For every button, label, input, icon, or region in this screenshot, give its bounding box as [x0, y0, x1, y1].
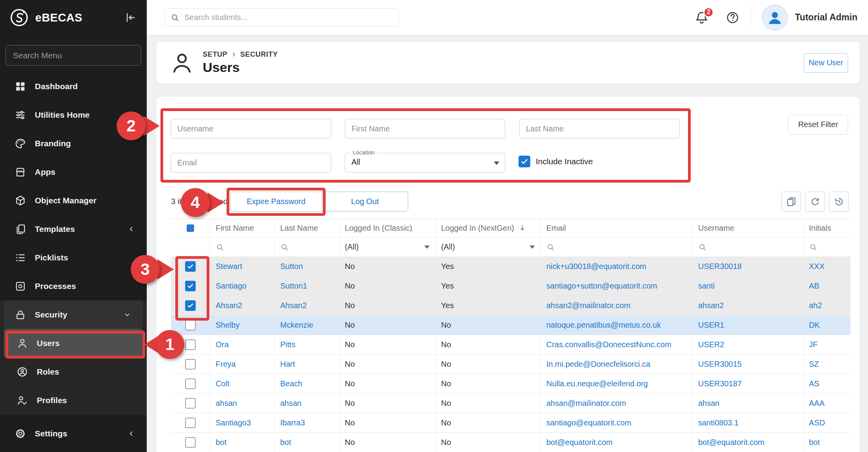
filter-select-logged-in-nextgen[interactable]: (All): [436, 237, 541, 257]
row-checkbox[interactable]: [185, 339, 196, 350]
cell-username[interactable]: santi: [693, 276, 803, 296]
collapse-sidebar-icon[interactable]: [124, 11, 137, 24]
filter-select-logged-in-classic[interactable]: (All): [339, 237, 436, 257]
column-header-first-name[interactable]: First Name: [210, 219, 275, 237]
notifications-button[interactable]: 2: [694, 10, 709, 25]
cell-email[interactable]: Cras.convallis@DonecestNunc.com: [541, 335, 693, 355]
breadcrumb-setup[interactable]: SETUP: [203, 50, 227, 59]
avatar[interactable]: [762, 5, 788, 30]
reset-filter-button[interactable]: Reset Filter: [788, 115, 848, 135]
username-filter-input[interactable]: [171, 119, 331, 138]
cell-username[interactable]: USER30015: [693, 355, 803, 374]
cell-first[interactable]: Santiago3: [210, 413, 275, 433]
cell-email[interactable]: ahsan2@mailinator.com: [541, 296, 693, 316]
filter-input-initials[interactable]: [803, 237, 850, 257]
column-header-last-name[interactable]: Last Name: [275, 219, 339, 237]
cell-first[interactable]: Stewart: [210, 257, 275, 276]
sidebar-item-processes[interactable]: Processes: [0, 272, 147, 300]
location-select[interactable]: Location All: [345, 153, 505, 172]
sidebar-item-branding[interactable]: Branding: [0, 129, 147, 158]
row-checkbox-checked[interactable]: [185, 281, 196, 291]
column-header-logged-in-nextgen[interactable]: Logged In (NextGen): [436, 219, 541, 237]
cell-last[interactable]: Pitts: [275, 335, 339, 355]
column-header-username[interactable]: Username: [693, 219, 803, 237]
log-out-button[interactable]: Log Out: [322, 192, 408, 212]
row-checkbox-checked[interactable]: [185, 300, 196, 311]
table-row[interactable]: ShelbyMckenzieNoNonatoque.penatibus@metu…: [171, 316, 850, 335]
cell-first[interactable]: Ora: [210, 335, 275, 355]
refresh-button[interactable]: [805, 192, 825, 212]
breadcrumb-security[interactable]: SECURITY: [240, 50, 278, 59]
select-all-checkbox[interactable]: [187, 224, 194, 232]
sidebar-item-utilities-home[interactable]: Utilities Home: [0, 100, 147, 129]
cell-last[interactable]: bot: [275, 433, 339, 452]
cell-email[interactable]: ahsan@mailinator.com: [541, 394, 693, 413]
filter-input-email[interactable]: [541, 237, 693, 257]
user-name[interactable]: Tutorial Admin: [795, 12, 857, 23]
cell-email[interactable]: bot@equatorit.com: [541, 433, 693, 452]
sidebar-item-dashboard[interactable]: Dashboard: [0, 72, 147, 100]
table-row[interactable]: botbotNoNobot@equatorit.combot@equatorit…: [171, 433, 850, 452]
row-checkbox[interactable]: [185, 418, 196, 428]
sidebar-item-object-manager[interactable]: Object Manager: [0, 186, 147, 215]
cell-username[interactable]: USER30187: [693, 374, 803, 394]
row-checkbox[interactable]: [185, 378, 196, 389]
cell-last[interactable]: ahsan: [275, 394, 339, 413]
history-button[interactable]: [829, 192, 849, 212]
cell-email[interactable]: natoque.penatibus@metus.co.uk: [541, 316, 693, 335]
cell-username[interactable]: santi0803.1: [693, 413, 803, 433]
column-header-logged-in-classic[interactable]: Logged In (Classic): [339, 219, 436, 237]
sidebar-item-picklists[interactable]: Picklists: [0, 243, 147, 272]
table-row[interactable]: SantiagoSutton1NoYessantiago+sutton@equa…: [171, 276, 850, 296]
cell-first[interactable]: Colt: [210, 374, 275, 394]
cell-username[interactable]: ahsan2: [693, 296, 803, 316]
first-name-filter-input[interactable]: [345, 119, 505, 138]
row-checkbox[interactable]: [185, 437, 196, 448]
filter-input-last-name[interactable]: [275, 237, 339, 257]
sidebar-item-apps[interactable]: Apps: [0, 158, 147, 186]
table-row[interactable]: OraPittsNoNoCras.convallis@DonecestNunc.…: [171, 335, 850, 355]
cell-last[interactable]: Hart: [275, 355, 339, 374]
cell-initials[interactable]: AB: [803, 276, 850, 296]
export-button[interactable]: [781, 192, 801, 212]
cell-initials[interactable]: bot: [803, 433, 850, 452]
filter-input-username[interactable]: [693, 237, 803, 257]
cell-email[interactable]: santiago+sutton@equatorit.com: [541, 276, 693, 296]
cell-initials[interactable]: AAA: [803, 394, 850, 413]
cell-initials[interactable]: AS: [803, 374, 850, 394]
table-row[interactable]: Ahsan2Ahsan2NoYesahsan2@mailinator.comah…: [171, 296, 850, 316]
sidebar-item-settings[interactable]: Settings: [0, 419, 147, 448]
sidebar-item-users[interactable]: Users: [4, 329, 143, 357]
cell-last[interactable]: Beach: [275, 374, 339, 394]
students-search-input[interactable]: [184, 13, 393, 22]
sidebar-search-input[interactable]: [5, 45, 141, 66]
row-checkbox[interactable]: [185, 320, 196, 330]
cell-email[interactable]: Nulla.eu.neque@eleifend.org: [541, 374, 693, 394]
cell-last[interactable]: Ahsan2: [275, 296, 339, 316]
help-button[interactable]: [726, 11, 740, 25]
cell-last[interactable]: Sutton: [275, 257, 339, 276]
cell-first[interactable]: Santiago: [210, 276, 275, 296]
table-row[interactable]: FreyaHartNoNoIn.mi.pede@Donecfelisorci.c…: [171, 355, 850, 374]
table-row[interactable]: ColtBeachNoNoNulla.eu.neque@eleifend.org…: [171, 374, 850, 394]
column-header-initials[interactable]: Initials: [803, 219, 850, 237]
cell-initials[interactable]: XXX: [803, 257, 850, 276]
sidebar-item-profiles[interactable]: Profiles: [0, 386, 147, 414]
cell-initials[interactable]: DK: [803, 316, 850, 335]
row-checkbox[interactable]: [185, 398, 196, 409]
cell-username[interactable]: USER1: [693, 316, 803, 335]
new-user-button[interactable]: New User: [804, 53, 848, 73]
row-checkbox[interactable]: [185, 359, 196, 369]
sidebar-item-security[interactable]: Security: [4, 300, 143, 329]
cell-initials[interactable]: JF: [803, 335, 850, 355]
table-row[interactable]: StewartSuttonNoYesnick+u30018@equatorit.…: [171, 257, 850, 276]
expire-password-button[interactable]: Expire Password: [230, 192, 322, 212]
row-checkbox-checked[interactable]: [185, 261, 196, 272]
cell-last[interactable]: Mckenzie: [275, 316, 339, 335]
column-header-email[interactable]: Email: [541, 219, 693, 237]
cell-initials[interactable]: ASD: [803, 413, 850, 433]
cell-initials[interactable]: ah2: [803, 296, 850, 316]
filter-input-first-name[interactable]: [210, 237, 275, 257]
cell-username[interactable]: bot@equatorit.com: [693, 433, 803, 452]
cell-first[interactable]: Freya: [210, 355, 275, 374]
